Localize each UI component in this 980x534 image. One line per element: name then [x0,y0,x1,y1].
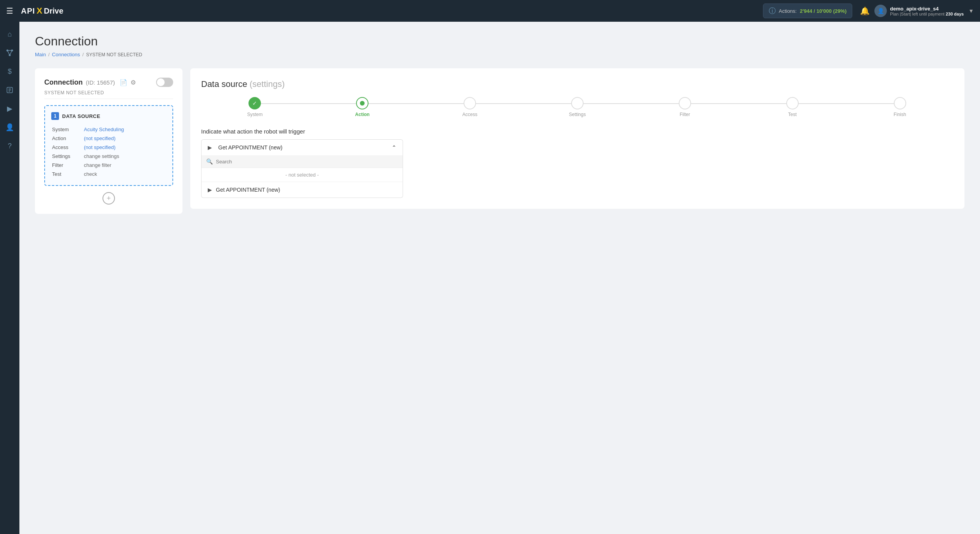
value-settings[interactable]: change settings [84,152,165,160]
connection-status: SYSTEM NOT SELECTED [44,90,173,99]
chevron-down-icon[interactable]: ▼ [968,8,974,14]
value-filter[interactable]: change filter [84,161,165,169]
toggle-switch[interactable] [156,78,173,87]
step-label-action: Action [355,112,370,117]
right-card-title: Data source (settings) [201,79,954,89]
step-circle-access [464,97,476,109]
connection-id: (ID: 15657) [86,79,115,86]
search-icon: 🔍 [206,158,213,165]
selected-option-label: Get APPOINTMENT (new) [218,144,282,151]
page-content: Connection Main / Connections / SYSTEM N… [19,22,980,534]
data-source-box: 1 DATA SOURCE System Acuity Scheduling A… [44,105,173,186]
hamburger-icon[interactable]: ☰ [6,6,13,16]
dropdown-option[interactable]: ▶ Get APPOINTMENT (new) [202,182,403,198]
label-settings: Settings [52,152,83,160]
step-circle-action [356,97,368,109]
gear-icon[interactable]: ⚙ [130,79,136,86]
dropdown-menu: 🔍 - not selected - ▶ Get APPOINTMENT (ne… [201,155,403,198]
label-access: Access [52,143,83,151]
svg-line-3 [7,50,10,55]
step-label-test: Test [788,112,797,117]
chevron-up-icon: ⌃ [392,144,396,151]
sidebar-item-play[interactable]: ▶ [2,101,17,116]
value-test[interactable]: check [84,170,165,178]
dropdown-container: ▶ Get APPOINTMENT (new) ⌃ 🔍 - not select… [201,139,403,198]
cards-row: Connection (ID: 15657) 📄 ⚙ SYSTEM NOT SE… [35,68,964,214]
label-action: Action [52,134,83,142]
logo-x-text: X [36,6,42,16]
sidebar-item-help[interactable]: ? [2,138,17,154]
user-info: demo_apix-drive_s4 Plan |Start| left unt… [890,6,964,16]
breadcrumb-main[interactable]: Main [35,52,46,57]
step-circle-finish [894,97,906,109]
value-access[interactable]: (not specified) [84,143,165,151]
table-row: Settings change settings [52,152,165,160]
step-system: ✓ System [201,97,309,117]
table-row: System Acuity Scheduling [52,125,165,134]
logo-drive-text: Drive [44,7,63,16]
bell-icon[interactable]: 🔔 [860,6,870,16]
step-label-finish: Finish [894,112,906,117]
user-plan: Plan |Start| left until payment 230 days [890,12,964,16]
value-action[interactable]: (not specified) [84,134,165,142]
user-area: 👤 demo_apix-drive_s4 Plan |Start| left u… [874,5,974,17]
label-filter: Filter [52,161,83,169]
sidebar: ⌂ $ ▶ 👤 ? [0,22,19,534]
step-label-access: Access [462,112,478,117]
option-play-icon: ▶ [208,187,212,193]
dropdown-search: 🔍 [202,155,403,168]
sidebar-item-user[interactable]: 👤 [2,120,17,135]
logo-api-text: API [21,7,35,16]
document-icon[interactable]: 📄 [120,79,127,86]
add-button-container: + [44,192,173,205]
actions-value: 2'944 / 10'000 (29%) [800,8,846,14]
table-row: Access (not specified) [52,143,165,151]
card-header: Connection (ID: 15657) 📄 ⚙ [44,78,173,87]
info-icon: ⓘ [769,6,776,16]
card-icons: 📄 ⚙ [120,79,136,86]
sidebar-item-home[interactable]: ⌂ [2,26,17,42]
table-row: Action (not specified) [52,134,165,142]
actions-label: Actions: [779,8,797,14]
top-navigation: ☰ APIXDrive ⓘ Actions: 2'944 / 10'000 (2… [0,0,980,22]
sidebar-item-tasks[interactable] [2,82,17,98]
step-access: Access [416,97,524,117]
breadcrumb: Main / Connections / SYSTEM NOT SELECTED [35,52,964,57]
step-label-system: System [247,112,262,117]
ds-number: 1 [51,112,59,120]
main-layout: ⌂ $ ▶ 👤 ? Connection Main / Connections … [0,22,980,534]
step-test: Test [738,97,846,117]
step-action: Action [309,97,416,117]
ds-table: System Acuity Scheduling Action (not spe… [51,125,166,179]
left-card: Connection (ID: 15657) 📄 ⚙ SYSTEM NOT SE… [35,68,182,214]
right-card: Data source (settings) ✓ System Action [190,68,964,209]
dropdown-selected[interactable]: ▶ Get APPOINTMENT (new) ⌃ [201,139,403,155]
value-system[interactable]: Acuity Scheduling [84,125,165,134]
connection-title: Connection [44,78,83,87]
step-filter: Filter [631,97,738,117]
sidebar-item-connections[interactable] [2,45,17,61]
step-circle-test [786,97,799,109]
step-circle-system: ✓ [248,97,261,109]
ds-header: 1 DATA SOURCE [51,112,166,120]
breadcrumb-current: SYSTEM NOT SELECTED [86,52,142,57]
play-icon: ▶ [208,144,212,151]
page-title: Connection [35,34,964,49]
add-button[interactable]: + [103,192,115,205]
search-input[interactable] [216,159,398,165]
settings-label: (settings) [250,79,285,89]
not-selected-option[interactable]: - not selected - [202,168,403,182]
actions-badge: ⓘ Actions: 2'944 / 10'000 (29%) [763,3,853,18]
steps-row: ✓ System Action Access Settings [201,97,954,117]
step-label-settings: Settings [569,112,586,117]
table-row: Test check [52,170,165,178]
breadcrumb-connections[interactable]: Connections [52,52,80,57]
ds-title: DATA SOURCE [62,113,100,119]
step-circle-settings [571,97,584,109]
label-test: Test [52,170,83,178]
logo: APIXDrive [21,6,63,16]
sidebar-item-billing[interactable]: $ [2,64,17,79]
label-system: System [52,125,83,134]
option-label: Get APPOINTMENT (new) [216,187,280,193]
action-prompt: Indicate what action the robot will trig… [201,128,954,135]
